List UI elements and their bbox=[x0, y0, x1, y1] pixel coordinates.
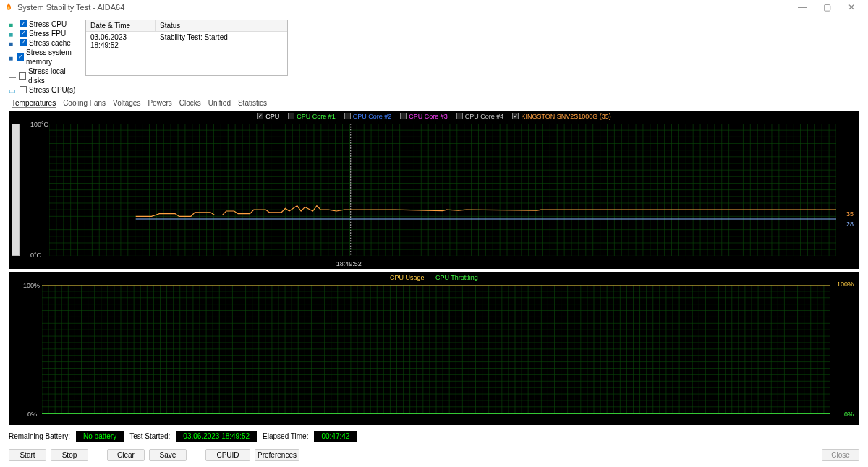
checkbox[interactable]: ✓ bbox=[20, 30, 27, 37]
stress-item-2[interactable]: ■✓Stress cache bbox=[9, 38, 81, 48]
temperature-legend: CPUCPU Core #1CPU Core #2CPU Core #3CPU … bbox=[9, 113, 859, 120]
disk-icon: — bbox=[9, 72, 17, 80]
tab-statistics[interactable]: Statistics bbox=[238, 99, 267, 108]
started-label: Test Started: bbox=[129, 432, 170, 440]
minimize-button[interactable]: — bbox=[790, 2, 814, 12]
fpu-icon: ■ bbox=[9, 30, 17, 37]
stress-item-label: Stress local disks bbox=[28, 67, 81, 85]
stress-item-label: Stress FPU bbox=[29, 29, 66, 38]
log-header-status: Status bbox=[156, 20, 184, 31]
maximize-button[interactable]: ▢ bbox=[814, 2, 839, 12]
legend-item-5[interactable]: KINGSTON SNV2S1000G (35) bbox=[512, 113, 610, 120]
log-header-date: Date & Time bbox=[86, 20, 156, 31]
usage-plot-svg bbox=[42, 285, 830, 414]
legend-item-4[interactable]: CPU Core #4 bbox=[456, 113, 504, 120]
legend-label: CPU Core #4 bbox=[465, 113, 504, 120]
temp-axis-top: 100°C bbox=[30, 121, 48, 128]
legend-label: CPU bbox=[265, 113, 279, 120]
legend-label: KINGSTON SNV2S1000G (35) bbox=[521, 113, 610, 120]
stress-item-label: Stress cache bbox=[29, 38, 71, 48]
stress-item-5[interactable]: ▭Stress GPU(s) bbox=[9, 85, 81, 95]
temp-right-35: 35 bbox=[846, 210, 854, 218]
usage-legend-throttle: CPU Throttling bbox=[435, 274, 478, 281]
tab-clocks[interactable]: Clocks bbox=[179, 99, 201, 108]
legend-checkbox[interactable] bbox=[288, 113, 294, 119]
stress-item-label: Stress system memory bbox=[26, 48, 81, 67]
tab-powers[interactable]: Powers bbox=[148, 99, 171, 108]
titlebar: System Stability Test - AIDA64 — ▢ ✕ bbox=[0, 0, 868, 15]
legend-label: CPU Core #3 bbox=[409, 113, 448, 120]
log-row: 03.06.2023 18:49:52 Stability Test: Star… bbox=[86, 32, 287, 51]
clear-button[interactable]: Clear bbox=[107, 449, 145, 461]
log-cell-date: 03.06.2023 18:49:52 bbox=[86, 32, 156, 51]
legend-checkbox[interactable] bbox=[400, 113, 407, 119]
log-panel: Date & Time Status 03.06.2023 18:49:52 S… bbox=[85, 20, 288, 76]
temperature-plot-svg bbox=[49, 124, 836, 256]
usage-right-100: 100% bbox=[837, 280, 854, 288]
stress-item-4[interactable]: —Stress local disks bbox=[9, 67, 81, 85]
save-button[interactable]: Save bbox=[149, 449, 187, 461]
button-row: Start Stop Clear Save CPUID Preferences … bbox=[0, 446, 868, 467]
stress-item-1[interactable]: ■✓Stress FPU bbox=[9, 29, 81, 38]
log-cell-status: Stability Test: Started bbox=[156, 32, 232, 51]
usage-axis-bot: 0% bbox=[27, 411, 37, 418]
stress-item-label: Stress GPU(s) bbox=[29, 85, 75, 95]
app-icon bbox=[4, 3, 13, 12]
cpu-icon: ■ bbox=[9, 20, 17, 27]
graph-scrollbar[interactable] bbox=[12, 124, 20, 256]
legend-checkbox[interactable] bbox=[344, 113, 351, 119]
cache-icon: ■ bbox=[9, 39, 17, 46]
stress-item-3[interactable]: ■✓Stress system memory bbox=[9, 48, 81, 67]
elapsed-label: Elapsed Time: bbox=[263, 432, 308, 440]
usage-legend: CPU Usage | CPU Throttling bbox=[9, 274, 859, 281]
start-button[interactable]: Start bbox=[9, 449, 46, 461]
usage-legend-usage: CPU Usage bbox=[390, 274, 425, 281]
gpu-icon: ▭ bbox=[9, 86, 17, 93]
battery-value: No battery bbox=[76, 431, 124, 442]
close-window-button[interactable]: ✕ bbox=[839, 2, 864, 12]
stress-item-0[interactable]: ■✓Stress CPU bbox=[9, 20, 81, 29]
legend-checkbox[interactable] bbox=[257, 113, 263, 119]
chart-tabs: TemperaturesCooling FansVoltagesPowersCl… bbox=[0, 95, 868, 109]
legend-item-3[interactable]: CPU Core #3 bbox=[400, 113, 448, 120]
top-panel: ■✓Stress CPU■✓Stress FPU■✓Stress cache■✓… bbox=[0, 15, 868, 95]
checkbox[interactable] bbox=[19, 72, 26, 80]
memory-icon: ■ bbox=[9, 53, 15, 61]
legend-item-1[interactable]: CPU Core #1 bbox=[288, 113, 336, 120]
legend-checkbox[interactable] bbox=[512, 113, 519, 119]
cpu-usage-graph: CPU Usage | CPU Throttling 100% 0% 100% … bbox=[9, 272, 859, 425]
cpuid-button[interactable]: CPUID bbox=[205, 449, 250, 461]
stress-item-label: Stress CPU bbox=[29, 20, 67, 29]
legend-checkbox[interactable] bbox=[456, 113, 463, 119]
usage-right-0: 0% bbox=[844, 411, 854, 418]
legend-item-0[interactable]: CPU bbox=[257, 113, 279, 120]
tab-voltages[interactable]: Voltages bbox=[113, 99, 140, 108]
temperature-graph: CPUCPU Core #1CPU Core #2CPU Core #3CPU … bbox=[9, 111, 859, 269]
temp-time-marker: 18:49:52 bbox=[336, 260, 362, 267]
close-button[interactable]: Close bbox=[822, 449, 859, 461]
legend-label: CPU Core #1 bbox=[297, 113, 336, 120]
temp-axis-bot: 0°C bbox=[30, 252, 41, 259]
checkbox[interactable] bbox=[20, 86, 27, 93]
usage-axis-top: 100% bbox=[23, 282, 40, 289]
tab-unified[interactable]: Unified bbox=[208, 99, 231, 108]
window-title: System Stability Test - AIDA64 bbox=[17, 3, 124, 12]
temp-right-28: 28 bbox=[846, 220, 854, 228]
checkbox[interactable]: ✓ bbox=[20, 20, 27, 27]
checkbox[interactable]: ✓ bbox=[17, 53, 24, 61]
tab-cooling-fans[interactable]: Cooling Fans bbox=[63, 99, 106, 108]
tab-temperatures[interactable]: Temperatures bbox=[12, 99, 56, 108]
stress-options: ■✓Stress CPU■✓Stress FPU■✓Stress cache■✓… bbox=[9, 20, 81, 95]
started-value: 03.06.2023 18:49:52 bbox=[176, 431, 257, 442]
status-row: Remaining Battery: No battery Test Start… bbox=[0, 427, 868, 446]
legend-item-2[interactable]: CPU Core #2 bbox=[344, 113, 392, 120]
battery-label: Remaining Battery: bbox=[9, 432, 70, 440]
legend-label: CPU Core #2 bbox=[353, 113, 392, 120]
checkbox[interactable]: ✓ bbox=[20, 39, 27, 46]
preferences-button[interactable]: Preferences bbox=[255, 449, 299, 461]
elapsed-value: 00:47:42 bbox=[314, 431, 357, 442]
stop-button[interactable]: Stop bbox=[51, 449, 88, 461]
